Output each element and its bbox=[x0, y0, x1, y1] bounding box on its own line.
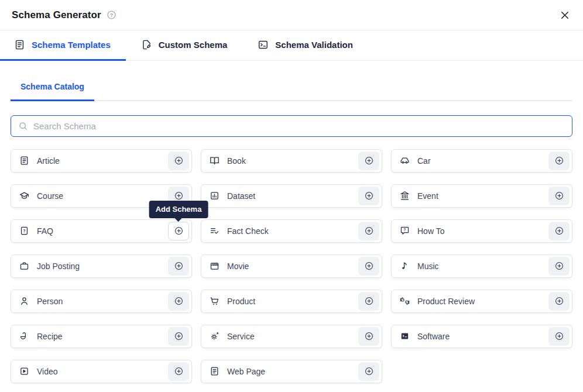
schema-card-service[interactable]: Service bbox=[201, 325, 382, 348]
add-job-posting-button[interactable] bbox=[168, 257, 189, 276]
terminal-square-icon bbox=[258, 39, 269, 50]
add-event-button[interactable] bbox=[548, 187, 570, 205]
schema-card-label: Book bbox=[227, 156, 358, 166]
add-movie-button[interactable] bbox=[358, 257, 379, 276]
schema-card-product-review[interactable]: Product Review bbox=[391, 290, 572, 313]
add-video-button[interactable] bbox=[168, 362, 189, 381]
web-page-icon bbox=[210, 366, 220, 376]
schema-search-box bbox=[11, 115, 572, 137]
schema-card-web-page[interactable]: Web Page bbox=[201, 360, 382, 383]
schema-card-car[interactable]: Car bbox=[391, 149, 572, 173]
recipe-icon bbox=[19, 331, 29, 341]
schema-card-music[interactable]: Music bbox=[391, 255, 572, 278]
add-service-button[interactable] bbox=[358, 327, 379, 346]
add-dataset-button[interactable] bbox=[358, 187, 379, 205]
add-car-button[interactable] bbox=[548, 152, 570, 170]
schema-card-label: How To bbox=[417, 226, 548, 236]
add-person-button[interactable] bbox=[168, 292, 189, 311]
tab-label: Schema Templates bbox=[32, 40, 111, 50]
schema-card-fact-check[interactable]: Fact Check bbox=[201, 219, 382, 243]
help-icon[interactable]: ? bbox=[107, 10, 116, 20]
product-icon bbox=[210, 296, 220, 306]
schema-card-how-to[interactable]: ? How To bbox=[391, 219, 572, 243]
add-faq-button[interactable] bbox=[168, 222, 189, 240]
search-icon bbox=[18, 121, 28, 131]
content-area: Schema Catalog Article Book Car Course D… bbox=[0, 78, 583, 383]
movie-icon bbox=[210, 261, 220, 271]
schema-card-movie[interactable]: Movie bbox=[201, 255, 382, 278]
search-input[interactable] bbox=[33, 121, 565, 131]
product-review-icon bbox=[400, 296, 410, 306]
schema-card-article[interactable]: Article bbox=[11, 149, 192, 173]
modal-header: Schema Generator ? bbox=[0, 0, 583, 30]
tab-label: Schema Validation bbox=[275, 40, 353, 50]
job-posting-icon bbox=[19, 261, 29, 271]
service-icon bbox=[210, 331, 220, 341]
schema-card-software[interactable]: Software bbox=[391, 325, 572, 348]
tab-schema-templates[interactable]: Schema Templates bbox=[0, 30, 126, 61]
schema-card-label: Person bbox=[37, 297, 168, 306]
schema-card-label: Article bbox=[37, 156, 168, 166]
file-edit-icon bbox=[141, 39, 152, 50]
schema-card-label: Job Posting bbox=[37, 262, 168, 271]
schema-card-job-posting[interactable]: Job Posting bbox=[11, 255, 192, 278]
schema-card-label: Software bbox=[417, 332, 548, 341]
tab-custom-schema[interactable]: Custom Schema bbox=[126, 30, 243, 61]
svg-text:?: ? bbox=[23, 229, 25, 233]
faq-icon: ? bbox=[19, 226, 29, 236]
schema-card-event[interactable]: Event bbox=[391, 184, 572, 208]
schema-card-label: Course bbox=[37, 191, 168, 201]
dataset-icon bbox=[210, 191, 220, 201]
subtab-schema-catalog[interactable]: Schema Catalog bbox=[11, 78, 94, 101]
video-icon bbox=[19, 366, 29, 376]
main-tab-bar: Schema Templates Custom Schema Schema Va… bbox=[0, 30, 583, 61]
add-software-button[interactable] bbox=[548, 327, 570, 346]
tab-schema-validation[interactable]: Schema Validation bbox=[242, 30, 368, 61]
schema-card-product[interactable]: Product bbox=[201, 290, 382, 313]
add-article-button[interactable] bbox=[168, 152, 189, 170]
schema-card-dataset[interactable]: Dataset bbox=[201, 184, 382, 208]
schema-card-label: FAQ bbox=[37, 226, 168, 236]
svg-text:?: ? bbox=[110, 13, 113, 18]
schema-card-video[interactable]: Video bbox=[11, 360, 192, 383]
page-title: Schema Generator bbox=[12, 9, 101, 21]
how-to-icon: ? bbox=[400, 226, 410, 236]
schema-card-person[interactable]: Person bbox=[11, 290, 192, 313]
close-button[interactable] bbox=[560, 10, 570, 20]
music-icon bbox=[400, 261, 410, 271]
add-how-to-button[interactable] bbox=[548, 222, 570, 240]
schema-card-label: Service bbox=[227, 332, 358, 341]
car-icon bbox=[400, 156, 410, 166]
schema-card-faq[interactable]: ? FAQ bbox=[11, 219, 192, 243]
schema-card-label: Recipe bbox=[37, 332, 168, 341]
add-product-button[interactable] bbox=[358, 292, 379, 311]
sub-tab-bar: Schema Catalog bbox=[11, 78, 572, 101]
course-icon bbox=[19, 191, 29, 201]
schema-card-label: Fact Check bbox=[227, 226, 358, 236]
schema-card-label: Video bbox=[37, 367, 168, 376]
add-product-review-button[interactable] bbox=[548, 292, 570, 311]
add-music-button[interactable] bbox=[548, 257, 570, 276]
schema-catalog-grid: Article Book Car Course Dataset Event ? … bbox=[11, 149, 572, 383]
add-book-button[interactable] bbox=[358, 152, 379, 170]
add-recipe-button[interactable] bbox=[168, 327, 189, 346]
person-icon bbox=[19, 296, 29, 306]
svg-text:?: ? bbox=[404, 228, 406, 232]
schema-card-book[interactable]: Book bbox=[201, 149, 382, 173]
add-fact-check-button[interactable] bbox=[358, 222, 379, 240]
fact-check-icon bbox=[210, 226, 220, 236]
software-icon bbox=[400, 331, 410, 341]
schema-card-course[interactable]: Course bbox=[11, 184, 192, 208]
schema-card-label: Movie bbox=[227, 262, 358, 271]
schema-card-label: Car bbox=[417, 156, 548, 166]
article-icon bbox=[19, 156, 29, 166]
schema-card-recipe[interactable]: Recipe bbox=[11, 325, 192, 348]
add-course-button[interactable] bbox=[168, 187, 189, 205]
add-web-page-button[interactable] bbox=[358, 362, 379, 381]
schema-card-label: Music bbox=[417, 262, 548, 271]
event-icon bbox=[400, 191, 410, 201]
schema-card-label: Web Page bbox=[227, 367, 358, 376]
file-lines-icon bbox=[14, 39, 25, 50]
schema-card-label: Dataset bbox=[227, 191, 358, 201]
tab-label: Custom Schema bbox=[159, 40, 228, 50]
